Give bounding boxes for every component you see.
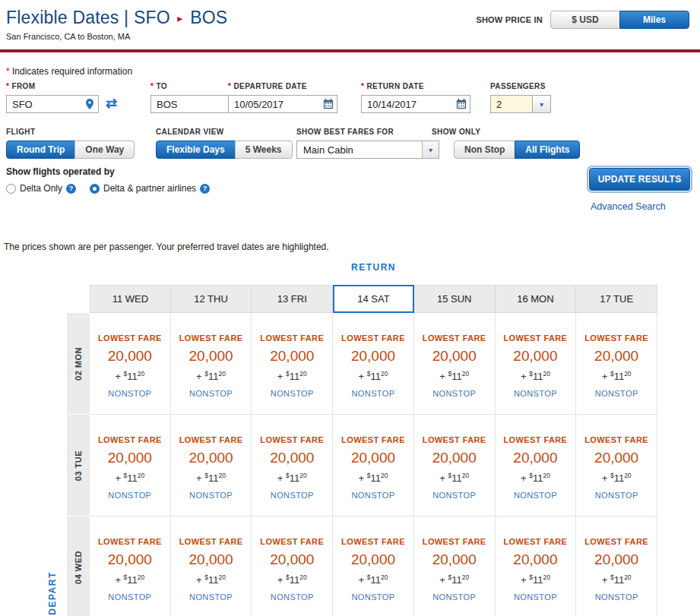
fare-cell[interactable]: LOWEST FARE 20,000 + $1120 NONSTOP xyxy=(496,313,577,415)
fare-miles: 20,000 xyxy=(576,551,657,568)
nonstop-link[interactable]: NONSTOP xyxy=(432,491,476,500)
fare-cell[interactable]: LOWEST FARE 20,000 + $1120 NONSTOP xyxy=(414,415,496,516)
fare-miles: 20,000 xyxy=(252,348,332,365)
passengers-dropdown-button[interactable]: ▾ xyxy=(533,95,551,113)
return-date-header[interactable]: 14 SAT xyxy=(333,285,414,313)
flight-type-option[interactable]: One Way xyxy=(74,141,135,159)
fare-cell[interactable]: LOWEST FARE 20,000 + $1120 NONSTOP xyxy=(90,516,171,616)
fare-cell[interactable]: LOWEST FARE 20,000 + $1120 NONSTOP xyxy=(333,516,414,616)
fare-taxes: + $1120 xyxy=(252,573,332,586)
fare-cell[interactable]: LOWEST FARE 20,000 + $1120 NONSTOP xyxy=(576,516,657,616)
nonstop-link[interactable]: NONSTOP xyxy=(514,491,557,500)
fare-cell[interactable]: LOWEST FARE 20,000 + $1120 NONSTOP xyxy=(333,313,414,415)
price-unit-option[interactable]: Miles xyxy=(619,11,689,29)
swap-airports-button[interactable]: ⇄ xyxy=(106,95,117,112)
return-date-header[interactable]: 11 WED xyxy=(90,285,171,313)
advanced-search-link[interactable]: Advanced Search xyxy=(591,201,666,212)
page-title-text: Flexible Dates | SFO xyxy=(6,8,170,27)
fare-miles: 20,000 xyxy=(333,551,413,568)
lowest-fare-label: LOWEST FARE xyxy=(496,435,576,444)
nonstop-link[interactable]: NONSTOP xyxy=(432,389,476,398)
nonstop-link[interactable]: NONSTOP xyxy=(351,592,394,602)
return-date-header[interactable]: 15 SUN xyxy=(414,285,496,313)
show-only-option[interactable]: Non Stop xyxy=(454,141,515,159)
lowest-fare-label: LOWEST FARE xyxy=(90,333,170,343)
nonstop-link[interactable]: NONSTOP xyxy=(514,592,557,602)
nonstop-link[interactable]: NONSTOP xyxy=(189,491,233,500)
fare-cell[interactable]: LOWEST FARE 20,000 + $1120 NONSTOP xyxy=(90,415,171,516)
nonstop-link[interactable]: NONSTOP xyxy=(271,592,314,602)
fare-miles: 20,000 xyxy=(333,348,413,365)
help-icon[interactable]: ? xyxy=(66,184,76,194)
radio-button-icon[interactable] xyxy=(90,184,100,194)
lowest-fare-label: LOWEST FARE xyxy=(496,537,576,546)
price-toggle-group: $ USDMiles xyxy=(550,11,689,29)
depart-date-label: 03 TUE xyxy=(74,450,83,480)
nonstop-link[interactable]: NONSTOP xyxy=(189,389,233,398)
depart-date-header[interactable]: 03 TUE xyxy=(67,415,90,516)
return-date-header[interactable]: 16 MON xyxy=(496,285,577,313)
radio-delta-only[interactable]: Delta Only? xyxy=(6,183,76,194)
nonstop-link[interactable]: NONSTOP xyxy=(108,592,151,602)
fare-cell[interactable]: LOWEST FARE 20,000 + $1120 NONSTOP xyxy=(496,415,577,516)
nonstop-link[interactable]: NONSTOP xyxy=(351,491,394,500)
fare-cell[interactable]: LOWEST FARE 20,000 + $1120 NONSTOP xyxy=(496,516,577,616)
flight-type-option[interactable]: Round Trip xyxy=(6,141,75,159)
nonstop-link[interactable]: NONSTOP xyxy=(271,389,314,398)
fare-cell[interactable]: LOWEST FARE 20,000 + $1120 NONSTOP xyxy=(576,313,657,415)
fare-cell[interactable]: LOWEST FARE 20,000 + $1120 NONSTOP xyxy=(90,313,171,415)
calendar-view-option[interactable]: Flexible Days xyxy=(156,141,236,159)
passengers-group: PASSENGERS ▾ xyxy=(490,82,551,113)
fare-miles: 20,000 xyxy=(414,348,495,365)
return-date-header[interactable]: 17 TUE xyxy=(576,285,657,313)
fare-cell[interactable]: LOWEST FARE 20,000 + $1120 NONSTOP xyxy=(252,415,333,516)
show-only-option[interactable]: All Flights xyxy=(515,141,580,159)
nonstop-link[interactable]: NONSTOP xyxy=(189,592,233,602)
nonstop-link[interactable]: NONSTOP xyxy=(108,491,151,500)
fare-cell[interactable]: LOWEST FARE 20,000 + $1120 NONSTOP xyxy=(576,415,657,516)
fare-taxes: + $1120 xyxy=(333,573,413,586)
price-unit-option[interactable]: $ USD xyxy=(550,11,620,29)
depart-date-header[interactable]: 02 MON xyxy=(67,313,90,415)
depart-date-header[interactable]: 04 WED xyxy=(67,516,90,616)
nonstop-link[interactable]: NONSTOP xyxy=(432,592,476,602)
nonstop-link[interactable]: NONSTOP xyxy=(351,389,394,398)
fare-miles: 20,000 xyxy=(171,450,252,466)
fare-cell[interactable]: LOWEST FARE 20,000 + $1120 NONSTOP xyxy=(252,516,333,616)
fare-cell[interactable]: LOWEST FARE 20,000 + $1120 NONSTOP xyxy=(414,313,496,415)
operated-by-group: Show flights operated by Delta Only?Delt… xyxy=(6,166,210,194)
flight-search-form: * Indicates required information * FROM … xyxy=(0,52,700,231)
update-results-button[interactable]: UPDATE RESULTS xyxy=(589,168,690,191)
operated-by-label: Show flights operated by xyxy=(6,166,210,177)
per-passenger-note: The prices shown are per passenger. Your… xyxy=(4,242,700,252)
return-date-label: * RETURN DATE xyxy=(361,82,470,90)
departure-date-input[interactable] xyxy=(228,95,337,113)
fare-cell[interactable]: LOWEST FARE 20,000 + $1120 NONSTOP xyxy=(171,516,252,616)
fare-taxes: + $1120 xyxy=(333,472,413,484)
nonstop-link[interactable]: NONSTOP xyxy=(514,389,557,398)
radio-button-icon[interactable] xyxy=(6,184,16,194)
nonstop-link[interactable]: NONSTOP xyxy=(595,389,638,398)
fare-cell[interactable]: LOWEST FARE 20,000 + $1120 NONSTOP xyxy=(414,516,496,616)
nonstop-link[interactable]: NONSTOP xyxy=(271,491,314,500)
nonstop-link[interactable]: NONSTOP xyxy=(595,592,638,602)
from-field-group: * FROM xyxy=(6,82,99,113)
nonstop-link[interactable]: NONSTOP xyxy=(595,491,638,500)
calendar-icon[interactable] xyxy=(456,99,467,109)
return-date-input[interactable] xyxy=(361,95,470,113)
help-icon[interactable]: ? xyxy=(200,184,210,194)
passengers-input[interactable] xyxy=(490,95,533,113)
calendar-view-option[interactable]: 5 Weeks xyxy=(235,141,293,159)
calendar-icon[interactable] xyxy=(323,99,334,109)
fare-cell[interactable]: LOWEST FARE 20,000 + $1120 NONSTOP xyxy=(171,415,252,516)
fare-taxes: + $1120 xyxy=(414,573,495,586)
fare-cell[interactable]: LOWEST FARE 20,000 + $1120 NONSTOP xyxy=(333,415,414,516)
best-fares-select[interactable]: Main Cabin ▾ xyxy=(296,141,439,159)
radio-delta-partner-airlines[interactable]: Delta & partner airlines? xyxy=(90,183,210,194)
page-title: Flexible Dates | SFO ▸ BOS xyxy=(6,8,227,28)
return-date-header[interactable]: 12 THU xyxy=(171,285,252,313)
fare-cell[interactable]: LOWEST FARE 20,000 + $1120 NONSTOP xyxy=(171,313,252,415)
return-date-header[interactable]: 13 FRI xyxy=(252,285,333,313)
fare-cell[interactable]: LOWEST FARE 20,000 + $1120 NONSTOP xyxy=(252,313,333,415)
nonstop-link[interactable]: NONSTOP xyxy=(108,389,151,398)
